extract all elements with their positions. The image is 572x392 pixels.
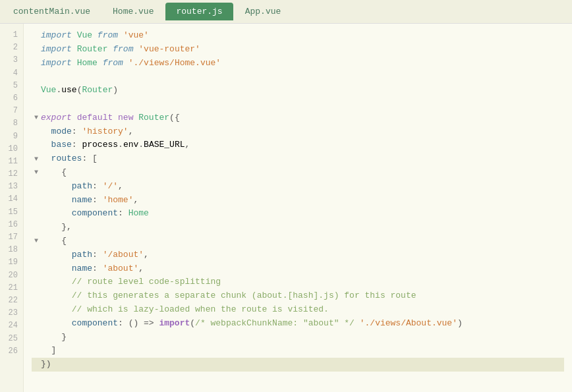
line-content-14: component: Home (41, 207, 564, 221)
line-content-17: path: '/about', (41, 248, 564, 262)
line-content-12: path: '/', (41, 180, 564, 194)
code-line-23: } (32, 331, 564, 345)
line-content-15: }, (41, 221, 564, 235)
line-content-22: component: () => import(/* webpackChunkN… (41, 317, 564, 331)
code-line-7: ▼export default new Router({ (32, 111, 564, 125)
fold-gutter-16[interactable]: ▼ (32, 236, 41, 246)
editor: 1234567891011121314151617181920212223242… (0, 24, 572, 392)
code-line-18: name: 'about', (32, 262, 564, 276)
code-line-22: component: () => import(/* webpackChunkN… (32, 317, 564, 331)
code-line-6 (32, 98, 564, 111)
tab-contentMain[interactable]: contentMain.vue (3, 3, 101, 20)
code-line-26 (32, 372, 564, 385)
tab-appVue[interactable]: App.vue (235, 3, 292, 20)
line-content-24: ] (41, 344, 564, 358)
line-content-16: { (41, 235, 564, 248)
line-content-3: import Home from './views/Home.vue' (41, 57, 564, 70)
code-line-9: base: process.env.BASE_URL, (32, 138, 564, 152)
code-line-1: import Vue from 'vue' (32, 29, 564, 43)
line-content-10: routes: [ (41, 152, 564, 166)
code-line-17: path: '/about', (32, 248, 564, 262)
code-line-12: path: '/', (32, 180, 564, 194)
tab-homeVue[interactable]: Home.vue (102, 3, 164, 20)
line-content-5: Vue.use(Router) (41, 84, 564, 98)
code-line-20: // this generates a separate chunk (abou… (32, 289, 564, 303)
line-content-19: // route level code-splitting (41, 275, 564, 289)
line-content-23: } (41, 331, 564, 345)
line-content-21: // which is lazy-loaded when the route i… (41, 303, 564, 317)
code-line-3: import Home from './views/Home.vue' (32, 57, 564, 70)
code-line-19: // route level code-splitting (32, 275, 564, 289)
code-content: import Vue from 'vue'import Router from … (24, 24, 572, 392)
code-line-11: ▼ { (32, 166, 564, 180)
code-line-16: ▼ { (32, 235, 564, 248)
code-line-15: }, (32, 221, 564, 235)
code-line-2: import Router from 'vue-router' (32, 43, 564, 57)
line-content-8: mode: 'history', (41, 125, 564, 139)
tab-bar: contentMain.vue Home.vue router.js App.v… (0, 0, 572, 24)
line-content-1: import Vue from 'vue' (41, 29, 564, 43)
fold-gutter-11[interactable]: ▼ (32, 167, 41, 178)
code-line-5: Vue.use(Router) (32, 84, 564, 98)
code-line-13: name: 'home', (32, 194, 564, 208)
line-content-2: import Router from 'vue-router' (41, 43, 564, 57)
code-line-14: component: Home (32, 207, 564, 221)
line-content-7: export default new Router({ (41, 111, 564, 125)
tab-routerJs[interactable]: router.js (165, 3, 233, 20)
code-line-24: ] (32, 344, 564, 358)
code-line-10: ▼ routes: [ (32, 152, 564, 166)
fold-gutter-10[interactable]: ▼ (32, 154, 41, 165)
line-numbers: 1234567891011121314151617181920212223242… (0, 24, 24, 392)
line-content-11: { (41, 166, 564, 180)
fold-gutter-7[interactable]: ▼ (32, 113, 41, 123)
line-content-25: }) (41, 358, 564, 372)
line-content-13: name: 'home', (41, 194, 564, 208)
code-line-8: mode: 'history', (32, 125, 564, 139)
code-line-4 (32, 70, 564, 84)
code-line-25: }) (32, 358, 564, 372)
line-content-20: // this generates a separate chunk (abou… (41, 289, 564, 303)
code-line-21: // which is lazy-loaded when the route i… (32, 303, 564, 317)
line-content-18: name: 'about', (41, 262, 564, 276)
line-content-9: base: process.env.BASE_URL, (41, 138, 564, 152)
